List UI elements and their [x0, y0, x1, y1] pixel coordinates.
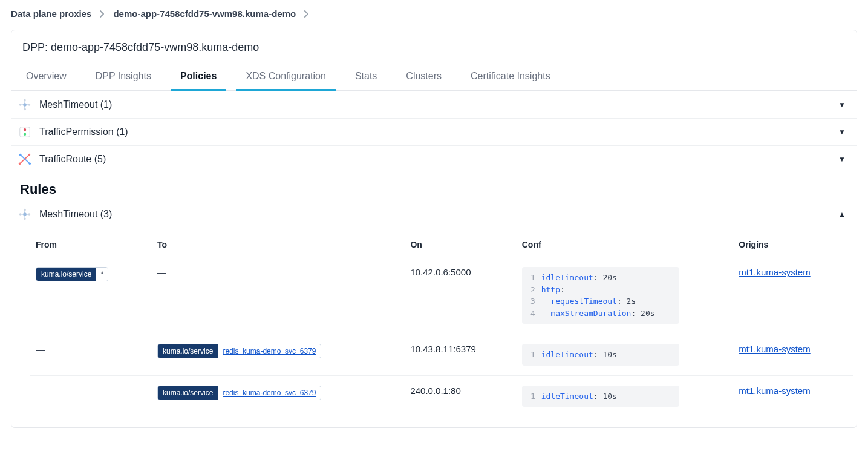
cell-to: kuma.io/serviceredis_kuma-demo_svc_6379: [151, 334, 404, 376]
origin-link[interactable]: mt1.kuma-system: [739, 386, 810, 396]
caret-down-icon: ▼: [838, 128, 846, 136]
tag-key: kuma.io/service: [158, 344, 218, 358]
table-row: kuma.io/service*—10.42.0.6:50001idleTime…: [30, 257, 853, 334]
cell-conf: 1idleTimeout: 20s2http: 3 requestTimeout…: [516, 257, 733, 334]
tab-xds-configuration[interactable]: XDS Configuration: [242, 65, 330, 90]
cell-from: —: [30, 375, 151, 416]
cell-to: kuma.io/serviceredis_kuma-demo_svc_6379: [151, 375, 404, 416]
mesh-timeout-icon: [18, 97, 32, 112]
tag-value: *: [96, 268, 108, 281]
conf-code: 1idleTimeout: 10s: [522, 386, 679, 407]
conf-code: 1idleTimeout: 20s2http: 3 requestTimeout…: [522, 267, 679, 324]
table-header: Conf: [516, 232, 733, 257]
tag-key: kuma.io/service: [36, 268, 96, 281]
empty-dash: —: [36, 344, 45, 354]
service-tag: kuma.io/serviceredis_kuma-demo_svc_6379: [157, 344, 321, 358]
table-header: To: [151, 232, 404, 257]
policy-row[interactable]: TrafficPermission (1)▼: [11, 119, 857, 146]
origin-link[interactable]: mt1.kuma-system: [739, 344, 810, 354]
policy-label: TrafficRoute (5): [39, 154, 106, 165]
cell-from: —: [30, 334, 151, 376]
svg-point-15: [28, 163, 31, 165]
table-row: —kuma.io/serviceredis_kuma-demo_svc_6379…: [30, 334, 853, 376]
tabs: OverviewDPP InsightsPoliciesXDS Configur…: [11, 59, 857, 91]
table-header: Origins: [733, 232, 853, 257]
svg-point-3: [24, 99, 26, 102]
tab-stats[interactable]: Stats: [351, 65, 380, 90]
tab-dpp-insights[interactable]: DPP Insights: [92, 65, 155, 90]
cell-to: —: [151, 257, 404, 334]
svg-point-9: [24, 133, 27, 136]
svg-point-8: [24, 128, 27, 131]
tag-value[interactable]: redis_kuma-demo_svc_6379: [218, 386, 321, 400]
tag-key: kuma.io/service: [158, 386, 218, 400]
cell-on: 10.42.0.6:5000: [404, 257, 515, 334]
breadcrumb-link-0[interactable]: Data plane proxies: [11, 8, 91, 19]
mesh-timeout-icon: [18, 207, 32, 222]
cell-conf: 1idleTimeout: 10s: [516, 334, 733, 376]
conf-code: 1idleTimeout: 10s: [522, 344, 679, 366]
breadcrumb: Data plane proxies demo-app-7458cfdd75-v…: [11, 8, 857, 19]
svg-point-2: [28, 104, 31, 106]
svg-point-4: [24, 108, 26, 111]
svg-point-18: [28, 213, 31, 216]
rules-table: FromToOnConfOrigins kuma.io/service*—10.…: [30, 232, 853, 416]
service-tag: kuma.io/serviceredis_kuma-demo_svc_6379: [157, 386, 321, 400]
svg-point-13: [28, 154, 31, 156]
traffic-route-icon: [18, 152, 32, 166]
svg-point-17: [19, 213, 22, 216]
tab-clusters[interactable]: Clusters: [402, 65, 445, 90]
svg-point-12: [19, 163, 21, 165]
tag-value[interactable]: redis_kuma-demo_svc_6379: [218, 344, 321, 358]
policy-label: TrafficPermission (1): [39, 127, 128, 137]
breadcrumb-link-1[interactable]: demo-app-7458cfdd75-vwm98.kuma-demo: [113, 8, 296, 19]
cell-origin: mt1.kuma-system: [733, 334, 853, 376]
caret-up-icon: ▲: [838, 210, 846, 219]
policy-row[interactable]: TrafficRoute (5)▼: [11, 146, 857, 173]
cell-on: 10.43.8.11:6379: [404, 334, 515, 376]
policy-row[interactable]: MeshTimeout (1)▼: [11, 91, 857, 119]
chevron-right-icon: [100, 10, 105, 18]
tab-overview[interactable]: Overview: [22, 65, 70, 90]
tab-certificate-insights[interactable]: Certificate Insights: [467, 65, 554, 90]
caret-down-icon: ▼: [838, 155, 846, 163]
table-row: —kuma.io/serviceredis_kuma-demo_svc_6379…: [30, 375, 853, 416]
dpp-panel: DPP: demo-app-7458cfdd75-vwm98.kuma-demo…: [11, 30, 857, 428]
rules-group-header[interactable]: MeshTimeout (3) ▲: [11, 201, 857, 228]
tab-policies[interactable]: Policies: [177, 65, 220, 90]
empty-dash: —: [36, 386, 45, 396]
svg-point-14: [19, 154, 22, 156]
cell-from: kuma.io/service*: [30, 257, 151, 334]
origin-link[interactable]: mt1.kuma-system: [739, 267, 810, 277]
rules-heading: Rules: [11, 173, 857, 201]
chevron-right-icon: [304, 10, 309, 18]
traffic-permission-icon: [18, 125, 32, 139]
cell-origin: mt1.kuma-system: [733, 375, 853, 416]
svg-point-20: [24, 218, 26, 220]
svg-point-1: [19, 104, 22, 106]
caret-down-icon: ▼: [838, 100, 846, 109]
cell-conf: 1idleTimeout: 10s: [516, 375, 733, 416]
svg-point-19: [24, 209, 26, 211]
cell-on: 240.0.0.1:80: [404, 375, 515, 416]
policy-label: MeshTimeout (1): [39, 99, 112, 110]
rules-group-label: MeshTimeout (3): [39, 209, 112, 220]
service-tag: kuma.io/service*: [36, 267, 108, 281]
policies-accordion: MeshTimeout (1)▼TrafficPermission (1)▼Tr…: [11, 91, 857, 173]
empty-dash: —: [157, 267, 166, 277]
page-title: DPP: demo-app-7458cfdd75-vwm98.kuma-demo: [11, 30, 857, 59]
table-header: From: [30, 232, 151, 257]
table-header: On: [404, 232, 515, 257]
cell-origin: mt1.kuma-system: [733, 257, 853, 334]
